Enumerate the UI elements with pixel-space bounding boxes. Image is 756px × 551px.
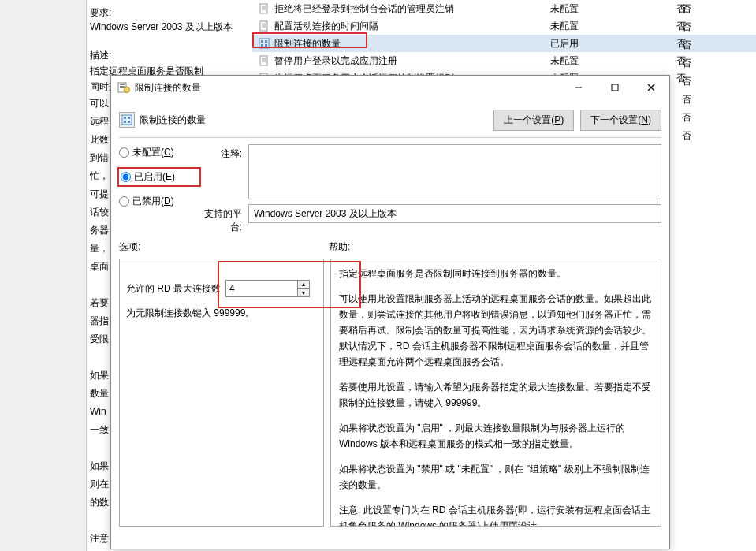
max-conn-label: 允许的 RD 最大连接数 xyxy=(126,282,221,296)
app-icon xyxy=(117,81,130,94)
platform-value: Windows Server 2003 及以上版本 xyxy=(248,204,661,223)
svg-rect-13 xyxy=(260,56,267,65)
next-setting-button[interactable]: 下一个设置(N) xyxy=(580,110,661,131)
svg-point-25 xyxy=(125,87,130,93)
svg-rect-22 xyxy=(120,84,125,85)
svg-rect-12 xyxy=(265,44,267,47)
radio-not-configured[interactable]: 未配置(C) xyxy=(119,146,195,159)
help-pane: 指定远程桌面服务是否限制同时连接到服务器的数量。可以使用此设置限制服务器上活动的… xyxy=(330,259,661,527)
list-item[interactable]: 配置活动连接的时间间隔未配置否 xyxy=(252,17,756,35)
help-paragraph: 如果将状态设置为 "启用" ，则最大连接数量限制为与服务器上运行的 Window… xyxy=(339,420,653,452)
max-conn-note: 为无限制连接数键入 999999。 xyxy=(126,307,317,320)
svg-rect-9 xyxy=(261,40,263,43)
desc-label: 描述: xyxy=(90,49,111,62)
row-flag: 否 xyxy=(682,18,691,36)
comment-label: 注释: xyxy=(195,144,242,161)
help-paragraph: 指定远程桌面服务是否限制同时连接到服务器的数量。 xyxy=(339,266,653,281)
radio-not-configured-input[interactable] xyxy=(119,147,129,158)
close-button[interactable] xyxy=(633,76,669,99)
spinner-down-button[interactable]: ▼ xyxy=(298,289,309,296)
nav-label: 限制连接的数量 xyxy=(140,114,487,127)
row-title: 暂停用户登录以完成应用注册 xyxy=(274,54,550,68)
svg-rect-31 xyxy=(124,117,126,119)
list-item[interactable]: 拒绝将已经登录到控制台会话的管理员注销未配置否 xyxy=(252,0,756,17)
comment-textarea[interactable] xyxy=(248,144,661,199)
svg-rect-24 xyxy=(120,87,125,88)
spinner-up-button[interactable]: ▲ xyxy=(298,281,309,289)
prev-setting-button[interactable]: 上一个设置(P) xyxy=(493,110,574,131)
help-paragraph: 若要使用此设置，请输入希望为服务器指定的最大连接数量。若要指定不受限制的连接数量… xyxy=(339,379,653,411)
svg-rect-27 xyxy=(612,84,618,91)
row-status: 未配置 xyxy=(550,2,676,16)
radio-enabled[interactable]: 已启用(E) xyxy=(117,167,201,187)
row-status: 未配置 xyxy=(550,54,676,68)
minimize-button[interactable] xyxy=(560,76,597,99)
svg-rect-33 xyxy=(124,121,126,123)
row-flag: 否 xyxy=(682,73,691,91)
options-label: 选项: xyxy=(119,240,329,254)
titlebar-title: 限制连接的数量 xyxy=(135,81,560,95)
help-paragraph: 注意: 此设置专门为在 RD 会话主机服务器(即，运行安装有远程桌面会话主机角色… xyxy=(339,502,653,527)
help-paragraph: 可以使用此设置限制服务器上活动的远程桌面服务会话的数量。如果超出此数量，则尝试连… xyxy=(339,291,653,370)
row-flag: 否 xyxy=(682,127,691,145)
req-text: Windows Server 2003 及以上版本 xyxy=(90,20,233,34)
options-pane: 允许的 RD 最大连接数 ▲ ▼ 为无限制连接数键入 999999。 xyxy=(119,259,324,527)
svg-rect-30 xyxy=(122,115,132,125)
row-status: 已启用 xyxy=(550,37,676,50)
dialog-content: 限制连接的数量 上一个设置(P) 下一个设置(N) 未配置(C) 已启用(E) … xyxy=(111,99,669,549)
row-flag: 否 xyxy=(682,0,691,18)
svg-rect-10 xyxy=(265,40,267,43)
radio-disabled-input[interactable] xyxy=(119,196,129,207)
policy-list: 拒绝将已经登录到控制台会话的管理员注销未配置否配置活动连接的时间间隔未配置否限制… xyxy=(252,0,756,87)
policy-icon xyxy=(119,112,135,128)
radio-enabled-input[interactable] xyxy=(121,172,131,182)
help-label: 帮助: xyxy=(329,240,350,254)
doc-icon xyxy=(259,20,270,32)
truncated-side-text: 可以远程此数到错忙，可提话较务器量，桌面若要器指受限如果数量Win一致如果则在的… xyxy=(90,95,109,551)
help-paragraph: 如果将状态设置为 "禁用" 或 "未配置" ，则在 "组策略" 级别上不强制限制… xyxy=(339,461,653,493)
row-flag: 否 xyxy=(682,36,691,54)
row-title: 限制连接的数量 xyxy=(274,37,550,50)
list-item[interactable]: 限制连接的数量已启用否 xyxy=(252,35,756,52)
svg-rect-32 xyxy=(128,117,130,119)
svg-rect-23 xyxy=(120,86,125,87)
row-flag: 否 xyxy=(682,54,691,73)
req-label: 要求: xyxy=(90,6,111,20)
maximize-button[interactable] xyxy=(597,76,633,99)
max-conn-input[interactable] xyxy=(226,281,297,296)
doc-icon xyxy=(259,55,270,66)
divider xyxy=(119,137,661,138)
platform-label: 支持的平台: xyxy=(195,204,242,234)
svg-rect-0 xyxy=(260,4,267,13)
svg-rect-4 xyxy=(260,21,267,31)
svg-rect-34 xyxy=(128,121,130,123)
row-flag: 否 xyxy=(682,91,691,109)
radio-disabled[interactable]: 已禁用(D) xyxy=(119,195,195,208)
cfg-icon xyxy=(259,38,270,49)
row-title: 拒绝将已经登录到控制台会话的管理员注销 xyxy=(274,2,550,16)
svg-rect-11 xyxy=(261,44,263,47)
row-flag: 否 xyxy=(682,109,691,127)
row-title: 配置活动连接的时间间隔 xyxy=(274,20,550,33)
list-item[interactable]: 暂停用户登录以完成应用注册未配置否 xyxy=(252,52,756,69)
doc-icon xyxy=(259,3,270,14)
titlebar: 限制连接的数量 xyxy=(111,76,669,99)
left-panel xyxy=(0,0,87,551)
radio-group: 未配置(C) 已启用(E) 已禁用(D) xyxy=(119,144,195,234)
svg-rect-8 xyxy=(259,39,269,48)
right-flags-column: 否否否否否否否否 xyxy=(682,0,691,145)
row-status: 未配置 xyxy=(550,20,676,33)
max-conn-spinner[interactable]: ▲ ▼ xyxy=(225,280,310,297)
policy-dialog: 限制连接的数量 限制连接的数量 上一个设置(P) 下一个设置(N) xyxy=(110,75,670,549)
